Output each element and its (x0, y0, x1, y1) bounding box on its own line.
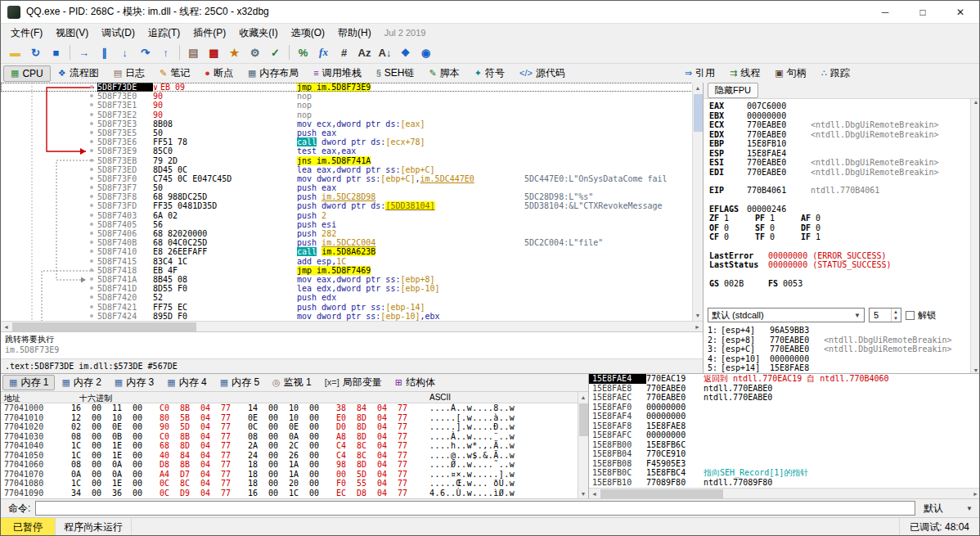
breakpoint-dot[interactable] (90, 277, 93, 281)
maximize-button[interactable]: □ (904, 1, 942, 23)
stack-row[interactable]: 15E8FAFC00000000 (589, 430, 980, 440)
breakpoint-dot[interactable] (90, 149, 93, 152)
breakpoint-dot[interactable] (90, 250, 93, 253)
register-row[interactable]: EIP770B4061ntdll.770B4061 (704, 186, 971, 196)
scroll-down-icon[interactable]: ▼ (693, 310, 703, 321)
disasm-row[interactable]: 5D8F73E6FF51 78call dword ptr ds:[ecx+78… (1, 137, 703, 146)
stack-row[interactable]: 15E8FAE4770EAC19返回到 ntdll.770EAC19 自 ntd… (589, 374, 980, 384)
scroll-up-icon[interactable]: ▲ (578, 392, 588, 403)
disasm-row[interactable]: 5D8F73E190nop (1, 101, 703, 110)
unlock-checkbox[interactable]: 解锁 (906, 309, 936, 322)
stack-row[interactable]: 15E8FAEC770EABE0ntdll.770EABE0 (589, 393, 980, 403)
command-input[interactable] (35, 501, 915, 516)
scrollbar-thumb[interactable] (12, 322, 196, 331)
step-over-icon[interactable]: ↷ (135, 43, 155, 61)
argument-row[interactable]: 5:[esp+14]15E8FAE8 (704, 363, 971, 373)
tab-graph[interactable]: ❖流程图 (51, 65, 106, 82)
breakpoint-dot[interactable] (90, 295, 93, 299)
menu-item[interactable]: 收藏夹(I) (232, 25, 284, 42)
register-row[interactable]: EFLAGS00000246 (704, 205, 971, 214)
stack-row[interactable]: 15E8FB1077089F80ntdll.77089F80 (589, 478, 980, 488)
check-icon[interactable]: ✓ (265, 43, 285, 61)
tab-breakpoints[interactable]: ●断点 (197, 65, 241, 82)
hide-fpu-button[interactable]: 隐藏FPU (708, 83, 758, 98)
command-profile-select[interactable]: 默认 ▼ (919, 501, 977, 516)
stack-row[interactable]: 15E8FB0C15E8FBC4指向SEH_Record[1]的指针 (589, 468, 980, 478)
breakpoint-dot[interactable] (90, 177, 93, 180)
breakpoint-dot[interactable] (90, 103, 93, 106)
open-file-icon[interactable]: ▬ (5, 43, 25, 61)
tab-handles[interactable]: ▣句柄 (767, 65, 813, 82)
run-to-return-icon[interactable]: ↑ (155, 43, 176, 61)
close-button[interactable]: ✕ (942, 1, 979, 23)
disasm-row[interactable]: 5D8F73EB79 2Djns im.5D8F741A (1, 156, 703, 165)
breakpoint-dot[interactable] (90, 159, 93, 162)
register-row[interactable]: LastError00000000 (ERROR_SUCCESS) (704, 251, 971, 261)
tab-struct[interactable]: ⊞结构体 (389, 375, 442, 390)
disasm-row[interactable]: 5D8F73E38B08mov ecx,dword ptr ds:[eax] (1, 119, 703, 128)
disasm-row[interactable]: 5D8F73DE∨EB 09jmp im.5D8F73E9 (1, 83, 703, 92)
flags-row[interactable]: CF 0TF 0IF 1 (704, 232, 971, 242)
disasm-row[interactable]: 5D8F741583C4 1Cadd esp,1C (1, 257, 703, 266)
register-row[interactable]: EDX770EABE0<ntdll.DbgUiRemoteBreakin> (704, 130, 971, 140)
breakpoint-dot[interactable] (90, 94, 93, 97)
stack-row[interactable]: 15E8FAF000000000 (589, 403, 980, 412)
breakpoint-dot[interactable] (90, 305, 93, 309)
memory-vertical-scrollbar[interactable]: ▲ ▼ (578, 392, 588, 499)
disasm-horizontal-scrollbar[interactable]: ◄ ► (1, 321, 703, 331)
memory-row[interactable]: 77041090340036000CD9047716001C00ECD80477… (1, 489, 578, 498)
register-row[interactable]: EAX007C6000 (704, 101, 971, 111)
disasm-row[interactable]: 5D8F73E290nop (1, 110, 703, 119)
restart-icon[interactable]: ↻ (25, 43, 46, 61)
memory-row[interactable]: 7704102002000E00905D04770C000E00D08D0477… (1, 422, 578, 432)
tab-watch-1[interactable]: ◎监视 1 (266, 375, 318, 390)
memory-row[interactable]: 7704103008000B00C08B047708000A00A88D0477… (1, 432, 578, 442)
tab-memory-2[interactable]: ▦内存 2 (55, 375, 107, 390)
register-row[interactable]: ESI770EABE0<ntdll.DbgUiRemoteBreakin> (704, 158, 971, 168)
breakpoint-dot[interactable] (90, 85, 93, 88)
log-window-icon[interactable]: ▤ (183, 43, 204, 61)
disasm-row[interactable]: 5D8F740B68 04C0C25Dpush im.5DC2C0045DC2C… (1, 238, 703, 247)
stepper-arrows-icon[interactable]: ▲▼ (891, 309, 900, 322)
menu-item[interactable]: 追踪(T) (142, 25, 187, 42)
percent-icon[interactable]: % (293, 43, 313, 61)
breakpoint-dot[interactable] (90, 204, 93, 207)
register-row[interactable]: LastStatus00000000 (STATUS_SUCCESS) (704, 260, 971, 270)
az-icon[interactable]: Az (354, 43, 375, 61)
disasm-row[interactable]: 5D8F73FDFF35 0481D35Dpush dword ptr ds:[… (1, 201, 703, 210)
disasm-row[interactable]: 5D8F73F750push eax (1, 183, 703, 192)
disasm-row[interactable]: 5D8F741A8B45 08mov eax,dword ptr ss:[ebp… (1, 275, 703, 284)
disasm-row[interactable]: 5D8F740668 82020000push 282 (1, 229, 703, 238)
disasm-row[interactable]: 5D8F7421FF75 ECpush dword ptr ss:[ebp-14… (1, 303, 703, 312)
register-row[interactable]: EDI770EABE0<ntdll.DbgUiRemoteBreakin> (704, 168, 971, 178)
disasm-row[interactable]: 5D8F7424895D F0mov dword ptr ss:[ebp-10]… (1, 312, 703, 321)
patches-icon[interactable]: ▩ (204, 43, 224, 61)
sort-az-icon[interactable]: A↓ (375, 43, 395, 61)
stack-row[interactable]: 15E8FAF400000000 (589, 412, 980, 421)
stack-row[interactable]: 15E8FAF815E8FAE8 (589, 421, 980, 431)
scrollbar-thumb[interactable] (694, 94, 703, 132)
disasm-row[interactable]: 5D8F73ED8D45 0Clea eax,dword ptr ss:[ebp… (1, 165, 703, 174)
tab-script[interactable]: ✎脚本 (422, 65, 467, 82)
argument-row[interactable]: 3:[esp+C]770EABE0<ntdll.DbgUiRemoteBreak… (704, 345, 971, 354)
tab-threads[interactable]: ⇉线程 (722, 65, 767, 82)
step-into-icon[interactable]: ↓ (115, 43, 135, 61)
minimize-button[interactable]: ─ (866, 1, 904, 23)
register-row[interactable]: ECX770EABE0<ntdll.DbgUiRemoteBreakin> (704, 120, 971, 130)
tab-log[interactable]: ▤日志 (106, 65, 152, 82)
breakpoint-dot[interactable] (90, 168, 93, 171)
hash-icon[interactable]: # (334, 43, 354, 61)
tab-references[interactable]: ⇒引用 (677, 65, 722, 82)
menu-item[interactable]: 文件(F) (4, 25, 49, 42)
stack-horizontal-scrollbar[interactable]: ◄ ► (589, 488, 980, 498)
breakpoint-dot[interactable] (90, 214, 93, 217)
disasm-row[interactable]: 5D8F74036A 02push 2 (1, 211, 703, 220)
breakpoint-dot[interactable] (90, 259, 93, 263)
disasm-row[interactable]: 5D8F73E985C0test eax,eax (1, 146, 703, 155)
tab-memory-5[interactable]: ▦内存 5 (214, 375, 266, 390)
memory-row[interactable]: 770410801C001E000C8C047718002000F0550477… (1, 479, 578, 489)
tab-locals[interactable]: [x=]局部变量 (318, 375, 389, 390)
disasm-row[interactable]: 5D8F73F0C745 0C E047C45Dmov dword ptr ss… (1, 174, 703, 183)
tab-seh[interactable]: §SEH链 (369, 65, 422, 82)
breakpoint-dot[interactable] (90, 286, 93, 290)
